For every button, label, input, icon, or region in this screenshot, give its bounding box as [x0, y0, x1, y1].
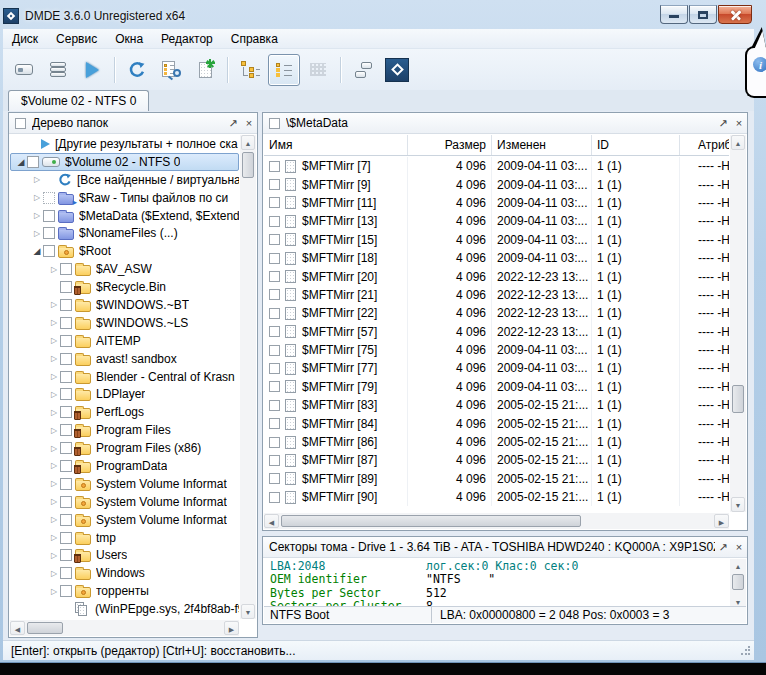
table-row[interactable]: $MFTMirr [86]4 0962005-02-15 21:...1 (1)… — [264, 433, 729, 451]
table-row[interactable]: $MFTMirr [11]4 0962009-04-11 03:...1 (1)… — [264, 194, 729, 212]
table-row[interactable]: $MFTMirr [21]4 0962022-12-23 13:...1 (1)… — [264, 286, 729, 304]
scan-button[interactable] — [76, 54, 108, 86]
tree-checkbox[interactable] — [60, 388, 72, 400]
expander-icon[interactable]: ▷ — [48, 390, 60, 399]
row-checkbox[interactable] — [269, 345, 280, 356]
row-checkbox[interactable] — [269, 308, 280, 319]
tree-checkbox[interactable] — [60, 496, 72, 508]
tree-checkbox[interactable] — [60, 532, 72, 544]
scroll-up-icon[interactable]: ▲ — [731, 135, 745, 150]
tree-checkbox[interactable] — [60, 549, 72, 561]
sector-content[interactable]: LBA:2048лог.сек:0 Клас:0 сек:0OEM identi… — [264, 559, 729, 611]
tree-item[interactable]: ▷$WINDOWS.~BT — [10, 296, 239, 314]
tree-item[interactable]: ▷[Все найденные / виртуальная — [10, 171, 239, 189]
table-row[interactable]: $MFTMirr [75]4 0962009-04-11 03:...1 (1)… — [264, 341, 729, 359]
tree-checkbox[interactable] — [60, 317, 72, 329]
expander-icon[interactable]: ▷ — [48, 479, 60, 488]
row-checkbox[interactable] — [269, 289, 280, 300]
tree-checkbox[interactable] — [43, 192, 55, 204]
expander-icon[interactable]: ▷ — [48, 408, 60, 417]
tree-item[interactable]: ▷$WINDOWS.~LS — [10, 314, 239, 332]
sector-vertical-scrollbar[interactable]: ▲ ▼ — [730, 559, 746, 610]
tree-checkbox[interactable] — [60, 263, 72, 275]
row-checkbox[interactable] — [269, 363, 280, 374]
scrollbar-thumb[interactable] — [732, 385, 744, 413]
close-button[interactable] — [718, 5, 752, 24]
panel-close-icon[interactable]: × — [731, 113, 747, 133]
row-checkbox[interactable] — [269, 418, 280, 429]
row-checkbox[interactable] — [269, 400, 280, 411]
panel-checkbox[interactable] — [269, 118, 280, 129]
table-row[interactable]: $MFTMirr [13]4 0962009-04-11 03:...1 (1)… — [264, 212, 729, 230]
tree-item[interactable]: ▷tmp — [10, 529, 239, 547]
expander-icon[interactable]: ▷ — [48, 444, 60, 453]
maximize-button[interactable] — [689, 5, 717, 24]
panel-maximize-icon[interactable]: ↗ — [715, 113, 731, 133]
tree-checkbox[interactable] — [60, 371, 72, 383]
expander-icon[interactable]: ▷ — [48, 551, 60, 560]
tree-item[interactable]: ▷торренты — [10, 582, 239, 600]
dmde-logo-button[interactable] — [381, 54, 413, 86]
scroll-down-icon[interactable]: ▼ — [241, 604, 255, 619]
table-row[interactable]: $MFTMirr [87]4 0962005-02-15 21:...1 (1)… — [264, 451, 729, 469]
expander-icon[interactable]: ▷ — [48, 318, 60, 327]
scroll-left-icon[interactable]: ◀ — [264, 514, 279, 528]
menu-item[interactable]: Окна — [106, 29, 152, 49]
tree-checkbox[interactable] — [43, 227, 55, 239]
row-checkbox[interactable] — [269, 161, 280, 172]
expander-icon[interactable]: ◢ — [15, 157, 27, 167]
tree-horizontal-scrollbar[interactable]: ◀ ▶ — [10, 620, 239, 636]
column-header-size[interactable]: Размер — [408, 135, 492, 155]
column-header-id[interactable]: ID — [592, 135, 680, 155]
tab-volume[interactable]: $Volume 02 - NTFS 0 — [8, 90, 149, 111]
scroll-down-icon[interactable]: ▼ — [731, 497, 745, 512]
list-view-button[interactable] — [268, 54, 300, 86]
tree-checkbox[interactable] — [43, 245, 55, 257]
row-checkbox[interactable] — [269, 216, 280, 227]
tree-item[interactable]: ▷PerfLogs — [10, 403, 239, 421]
tree-item[interactable]: ▷ProgramData — [10, 457, 239, 475]
tree-item[interactable]: ▷avast! sandbox — [10, 350, 239, 368]
tree-item[interactable]: ▷Windows — [10, 564, 239, 582]
scroll-left-icon[interactable]: ◀ — [10, 621, 25, 635]
tree-item[interactable]: ▷System Volume Informat — [10, 511, 239, 529]
tree-checkbox[interactable] — [60, 299, 72, 311]
tree-item[interactable]: ▷Blender - Central of Krasn — [10, 368, 239, 386]
table-row[interactable]: $MFTMirr [9]4 0962009-04-11 03:...1 (1)-… — [264, 175, 729, 193]
expander-icon[interactable]: ▷ — [48, 587, 60, 596]
table-row[interactable]: $MFTMirr [83]4 0962005-02-15 21:...1 (1)… — [264, 396, 729, 414]
refresh-button[interactable] — [121, 54, 153, 86]
row-checkbox[interactable] — [269, 455, 280, 466]
table-row[interactable]: $MFTMirr [57]4 0962022-12-23 13:...1 (1)… — [264, 323, 729, 341]
menu-item[interactable]: Справка — [222, 29, 287, 49]
panel-maximize-icon[interactable]: ↗ — [715, 537, 731, 557]
expander-icon[interactable]: ▷ — [48, 461, 60, 470]
expander-icon[interactable]: ◢ — [31, 246, 43, 256]
table-row[interactable]: $MFTMirr [84]4 0962005-02-15 21:...1 (1)… — [264, 414, 729, 432]
expander-icon[interactable]: ▷ — [48, 265, 60, 274]
panel-close-icon[interactable]: × — [731, 537, 747, 557]
panel-close-icon[interactable]: × — [241, 113, 257, 133]
table-row[interactable]: $MFTMirr [15]4 0962009-04-11 03:...1 (1)… — [264, 231, 729, 249]
row-checkbox[interactable] — [269, 234, 280, 245]
row-checkbox[interactable] — [269, 197, 280, 208]
tree-view-button[interactable] — [234, 54, 266, 86]
tree-vertical-scrollbar[interactable]: ▲ ▼ — [240, 135, 256, 619]
open-volume-button[interactable] — [8, 54, 40, 86]
expander-icon[interactable]: ▷ — [31, 211, 43, 220]
tree-checkbox[interactable] — [43, 210, 55, 222]
expander-icon[interactable]: ▷ — [48, 515, 60, 524]
tree-checkbox[interactable] — [60, 514, 72, 526]
tree-item[interactable]: ▷System Volume Informat — [10, 475, 239, 493]
table-row[interactable]: $MFTMirr [22]4 0962022-12-23 13:...1 (1)… — [264, 304, 729, 322]
expander-icon[interactable]: ▷ — [48, 497, 60, 506]
tree-item[interactable]: [Другие результаты + полное ска — [10, 135, 239, 153]
tree-item[interactable]: $Recycle.Bin — [10, 278, 239, 296]
scroll-right-icon[interactable]: ▶ — [714, 514, 729, 528]
tree-checkbox[interactable] — [60, 406, 72, 418]
scrollbar-thumb[interactable] — [732, 574, 744, 590]
notification-balloon[interactable]: i — [745, 46, 766, 98]
tree-item[interactable]: ◢$Root — [10, 242, 239, 260]
scrollbar-thumb[interactable] — [242, 152, 254, 178]
tree-item[interactable]: ▷▸$Raw - Типы файлов по си — [10, 189, 239, 207]
